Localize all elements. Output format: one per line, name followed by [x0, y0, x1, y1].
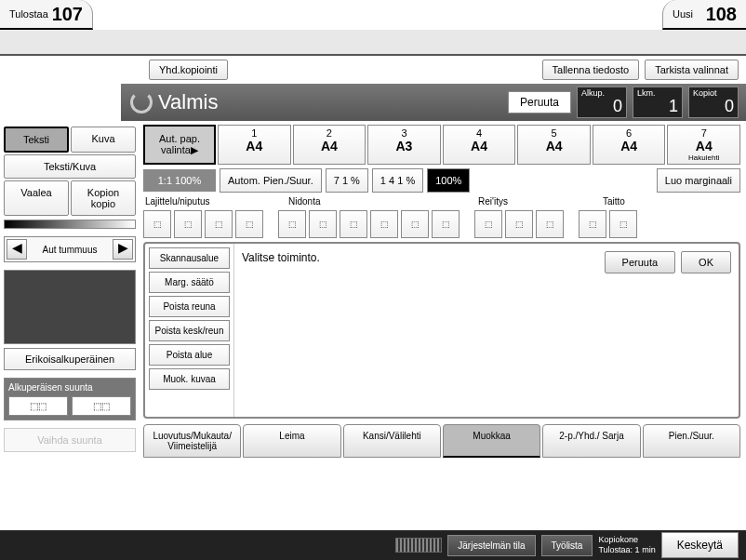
staple-3[interactable]: ⬚ — [340, 210, 367, 238]
tray-7[interactable]: 7A4Hakulehti — [667, 125, 740, 165]
mode-text-photo[interactable]: Teksti/Kuva — [4, 154, 136, 179]
fold-1[interactable]: ⬚ — [579, 210, 606, 238]
zoom-100[interactable]: 100% — [427, 168, 470, 193]
tray-auto-select[interactable]: Aut. pap. valinta▶ — [143, 125, 216, 165]
staple-2[interactable]: ⬚ — [309, 210, 337, 238]
special-original-button[interactable]: Erikoisalkuperäinen — [4, 348, 136, 370]
mode-pale[interactable]: Vaalea — [4, 180, 69, 216]
staple-4[interactable]: ⬚ — [370, 210, 398, 238]
func-erase-edge[interactable]: Poista reuna — [149, 296, 230, 317]
density-right[interactable]: ▶ — [113, 239, 133, 260]
mode-photo[interactable]: Kuva — [71, 127, 136, 153]
label-staple: Nidonta — [288, 196, 474, 207]
func-scan-area[interactable]: Skannausalue — [149, 247, 230, 269]
combine-copy-button[interactable]: Yhd.kopiointi — [149, 60, 228, 80]
btab-output[interactable]: Luovutus/Mukauta/ Viimeistelijä — [143, 424, 241, 458]
btab-cover[interactable]: Kansi/Välilehti — [343, 424, 441, 458]
staple-1[interactable]: ⬚ — [278, 210, 306, 238]
function-list: Skannausalue Marg. säätö Poista reuna Po… — [145, 244, 234, 417]
zoom-141[interactable]: 1 4 1 % — [372, 168, 423, 193]
status-bar: Valmis Peruuta Alkup. 0 Lkm. 1 Kopiot 0 — [121, 84, 746, 121]
zoom-71[interactable]: 7 1 % — [326, 168, 368, 193]
btab-edit[interactable]: Muokkaa — [443, 424, 540, 458]
orientation-title: Alkuperäisen suunta — [8, 382, 131, 393]
counter-originals: Alkup. 0 — [577, 87, 627, 118]
function-message: Valitse toiminto. — [242, 251, 605, 409]
tray-3[interactable]: 3A3 — [367, 125, 441, 165]
tab-print-label: Tulostaa — [9, 8, 48, 20]
func-cancel-button[interactable]: Peruuta — [605, 251, 676, 273]
func-erase-center[interactable]: Poista kesk/reun — [149, 320, 230, 341]
func-margin-adjust[interactable]: Marg. säätö — [149, 272, 230, 293]
func-ok-button[interactable]: OK — [681, 251, 731, 273]
job-list-button[interactable]: Työlista — [541, 535, 593, 556]
punch-3[interactable]: ⬚ — [536, 210, 564, 238]
func-edit-image[interactable]: Muok. kuvaa — [149, 368, 230, 390]
density-control: ◀ Aut tummuus ▶ — [4, 236, 136, 262]
counter-qty: Lkm. 1 — [633, 87, 683, 118]
staple-5[interactable]: ⬚ — [401, 210, 429, 238]
tray-6[interactable]: 6A4 — [593, 125, 666, 165]
spinner-icon — [130, 91, 153, 113]
zoom-auto[interactable]: Autom. Pien./Suur. — [220, 168, 322, 193]
toner-icon — [395, 538, 442, 553]
status-cancel-button[interactable]: Peruuta — [508, 91, 571, 113]
check-options-button[interactable]: Tarkista valinnat — [645, 60, 739, 80]
orient-readable[interactable]: ⬚⬚ — [8, 396, 68, 416]
footer-bar: Järjestelmän tila Työlista Kopiokone Tul… — [0, 530, 746, 560]
save-file-button[interactable]: Tallenna tiedosto — [542, 60, 640, 80]
density-label[interactable]: Aut tummuus — [29, 245, 111, 255]
density-strip — [4, 220, 136, 229]
tray-4[interactable]: 4A4 — [443, 125, 516, 165]
tray-5[interactable]: 5A4 — [517, 125, 591, 165]
orientation-panel: Alkuperäisen suunta ⬚⬚ ⬚⬚ — [4, 378, 136, 420]
sort-4[interactable]: ⬚ — [235, 210, 263, 238]
btab-duplex[interactable]: 2-p./Yhd./ Sarja — [542, 424, 640, 458]
tray-1[interactable]: 1A4 — [218, 125, 291, 165]
counter-copies: Kopiot 0 — [688, 87, 739, 118]
btab-stamp[interactable]: Leima — [243, 424, 340, 458]
tray-2[interactable]: 2A4 — [293, 125, 366, 165]
staple-6[interactable]: ⬚ — [432, 210, 460, 238]
tray-row: Aut. pap. valinta▶ 1A4 2A4 3A3 4A4 5A4 6… — [143, 125, 740, 165]
system-status-button[interactable]: Järjestelmän tila — [447, 535, 535, 556]
fold-2[interactable]: ⬚ — [609, 210, 637, 238]
mode-generation[interactable]: Kopion kopio — [71, 180, 136, 216]
status-text: Valmis — [158, 90, 502, 114]
tab-print[interactable]: Tulostaa 107 — [0, 0, 93, 30]
label-fold: Taitto — [603, 196, 696, 207]
zoom-11[interactable]: 1:1 100% — [143, 169, 216, 192]
tab-new-label: Uusi — [673, 8, 693, 20]
create-margin-button[interactable]: Luo marginaali — [657, 168, 740, 193]
tab-print-num: 107 — [52, 4, 83, 25]
func-erase-area[interactable]: Poista alue — [149, 344, 230, 366]
punch-2[interactable]: ⬚ — [505, 210, 533, 238]
sort-3[interactable]: ⬚ — [205, 210, 233, 238]
interrupt-button[interactable]: Keskeytä — [661, 532, 739, 558]
footer-info: Kopiokone Tulostaa: 1 min — [598, 535, 655, 555]
density-left[interactable]: ◀ — [7, 239, 27, 260]
sort-2[interactable]: ⬚ — [174, 210, 202, 238]
change-direction-button: Vaihda suunta — [4, 428, 136, 452]
label-sort: Lajittelu/niputus — [145, 196, 285, 207]
sort-1[interactable]: ⬚ — [143, 210, 171, 238]
mode-text[interactable]: Teksti — [4, 127, 69, 153]
tab-new[interactable]: Uusi 108 — [662, 0, 746, 30]
orient-unreadable[interactable]: ⬚⬚ — [72, 396, 131, 416]
punch-1[interactable]: ⬚ — [474, 210, 502, 238]
btab-zoom[interactable]: Pien./Suur. — [643, 424, 740, 458]
tab-new-num: 108 — [706, 4, 737, 25]
preview-area — [4, 270, 136, 344]
label-punch: Rei'itys — [478, 196, 599, 207]
